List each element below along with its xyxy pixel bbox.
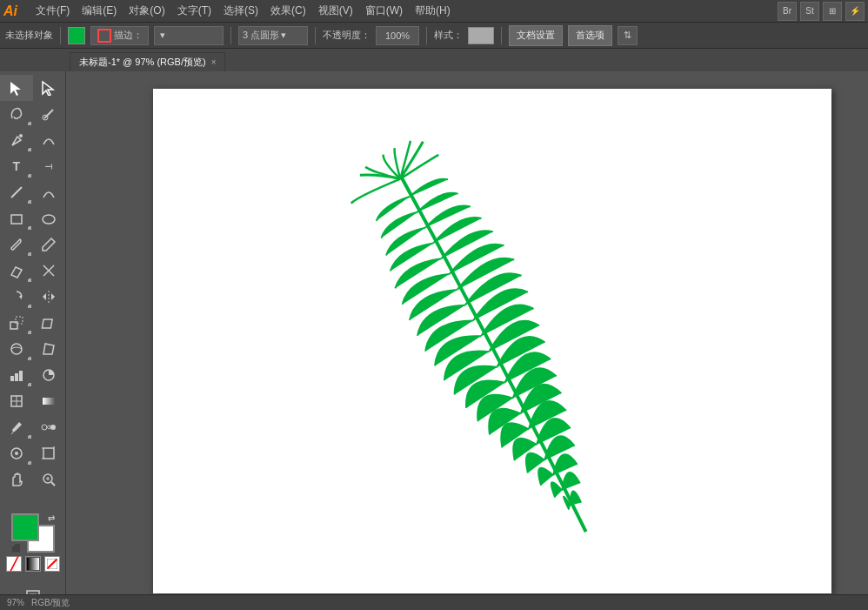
- main-layout: T T: [0, 71, 868, 610]
- stroke-dropdown[interactable]: ▾: [154, 26, 224, 45]
- subtool-indicator: [28, 148, 31, 151]
- menu-help[interactable]: 帮助(H): [409, 2, 457, 20]
- svg-line-28: [11, 432, 13, 434]
- lasso-tool[interactable]: [0, 101, 33, 127]
- pencil-icon: [41, 237, 57, 252]
- fill-swatch[interactable]: [68, 27, 85, 44]
- svg-rect-17: [43, 319, 53, 328]
- wifi-icon[interactable]: ⚡: [845, 2, 865, 21]
- point-type-dropdown[interactable]: 3 点圆形 ▾: [238, 26, 308, 45]
- separator-1: [60, 27, 61, 44]
- graph-icon: [9, 367, 24, 383]
- select-tool[interactable]: [0, 75, 33, 101]
- svg-rect-33: [43, 448, 54, 459]
- reset-colors-icon[interactable]: ⬛: [11, 544, 21, 553]
- pie-graph-tool[interactable]: [33, 362, 66, 388]
- no-fill-btn[interactable]: ╱: [6, 556, 22, 572]
- svg-marker-13: [43, 293, 46, 300]
- svg-rect-22: [19, 371, 23, 381]
- eraser-tool[interactable]: [0, 258, 33, 284]
- tool-row-6: [0, 205, 65, 231]
- gradient-tool[interactable]: [33, 388, 66, 414]
- arc-icon: [41, 184, 57, 200]
- paintbrush-tool[interactable]: [0, 231, 33, 258]
- scale-tool[interactable]: [0, 310, 33, 336]
- opacity-input[interactable]: [376, 26, 419, 45]
- preferences-button[interactable]: 首选项: [568, 25, 612, 46]
- document-tab[interactable]: 未标题-1* @ 97% (RGB/预览) ×: [70, 52, 225, 71]
- pen-tool[interactable]: [0, 127, 33, 153]
- svg-line-42: [47, 559, 57, 569]
- doc-settings-button[interactable]: 文档设置: [509, 25, 563, 46]
- menu-select[interactable]: 选择(S): [217, 2, 264, 20]
- hand-tool[interactable]: [0, 466, 33, 493]
- gradient-fill-btn[interactable]: [25, 556, 41, 572]
- ellipse-icon: [41, 211, 57, 226]
- curvature-tool[interactable]: [33, 127, 66, 153]
- eyedropper-tool[interactable]: [0, 414, 33, 440]
- grid-icon[interactable]: ⊞: [823, 2, 842, 21]
- symbol-tool[interactable]: [0, 440, 33, 466]
- menu-type[interactable]: 文字(T): [171, 2, 217, 20]
- ellipse-tool[interactable]: [33, 205, 66, 231]
- style-swatch[interactable]: [468, 27, 494, 44]
- separator-5: [501, 27, 502, 44]
- arc-tool[interactable]: [33, 179, 66, 205]
- direct-select-tool[interactable]: [33, 75, 66, 101]
- svg-point-18: [11, 344, 22, 354]
- magic-wand-icon: [41, 106, 57, 122]
- svg-rect-0: [98, 30, 110, 42]
- menu-edit[interactable]: 编辑(E): [76, 2, 123, 20]
- blend-tool[interactable]: [33, 414, 66, 440]
- foreground-color-swatch[interactable]: [11, 513, 39, 541]
- hand-icon: [9, 472, 24, 487]
- fill-stroke-swatches: ⇄ ⬛: [11, 513, 55, 553]
- mesh-tool[interactable]: [0, 388, 33, 414]
- artboard-tool[interactable]: [33, 440, 66, 466]
- svg-marker-11: [19, 294, 22, 299]
- stroke-label: 描边：: [114, 29, 143, 42]
- menu-effect[interactable]: 效果(C): [264, 2, 312, 20]
- tool-row-3: [0, 127, 65, 153]
- none-fill-btn[interactable]: [44, 556, 60, 572]
- subtool-indicator: [28, 226, 31, 230]
- magic-wand-tool[interactable]: [33, 101, 66, 127]
- bridge-icon[interactable]: Br: [778, 2, 797, 21]
- free-distort-tool[interactable]: [33, 336, 66, 362]
- svg-rect-7: [11, 215, 22, 224]
- swap-colors-icon[interactable]: ⇄: [48, 513, 55, 523]
- canvas-area[interactable]: [66, 71, 868, 610]
- svg-line-3: [44, 110, 53, 118]
- type-tool[interactable]: T: [0, 153, 33, 179]
- tool-row-2: [0, 101, 65, 127]
- arrow-icon: [9, 80, 24, 96]
- vertical-type-tool[interactable]: T: [33, 153, 66, 179]
- rotate-tool[interactable]: [0, 284, 33, 310]
- reflect-tool[interactable]: [33, 284, 66, 310]
- menu-window[interactable]: 窗口(W): [359, 2, 409, 20]
- arrange-btn[interactable]: ⇅: [618, 26, 638, 45]
- chevron-down-icon: ▾: [160, 30, 165, 41]
- menu-object[interactable]: 对象(O): [123, 2, 170, 20]
- gradient-icon: [41, 393, 57, 409]
- rect-tool[interactable]: [0, 205, 33, 231]
- pencil-tool[interactable]: [33, 231, 66, 258]
- menu-view[interactable]: 视图(V): [312, 2, 359, 20]
- stroke-btn[interactable]: 描边：: [90, 26, 149, 45]
- scissors-tool[interactable]: [33, 258, 66, 284]
- symbol-icon: [9, 446, 24, 461]
- mesh-icon: [9, 393, 24, 409]
- zoom-tool[interactable]: [33, 466, 66, 493]
- stock-icon[interactable]: St: [800, 2, 819, 21]
- rect-icon: [9, 211, 24, 226]
- shear-tool[interactable]: [33, 310, 66, 336]
- tool-row-10: [0, 310, 65, 336]
- subtool-indicator: [28, 331, 31, 334]
- tab-close-btn[interactable]: ×: [211, 57, 217, 67]
- line-tool[interactable]: [0, 179, 33, 205]
- tool-row-8: [0, 258, 65, 284]
- warp-tool[interactable]: [0, 336, 33, 362]
- separator-3: [315, 27, 316, 44]
- menu-file[interactable]: 文件(F): [30, 2, 76, 20]
- graph-tool[interactable]: [0, 362, 33, 388]
